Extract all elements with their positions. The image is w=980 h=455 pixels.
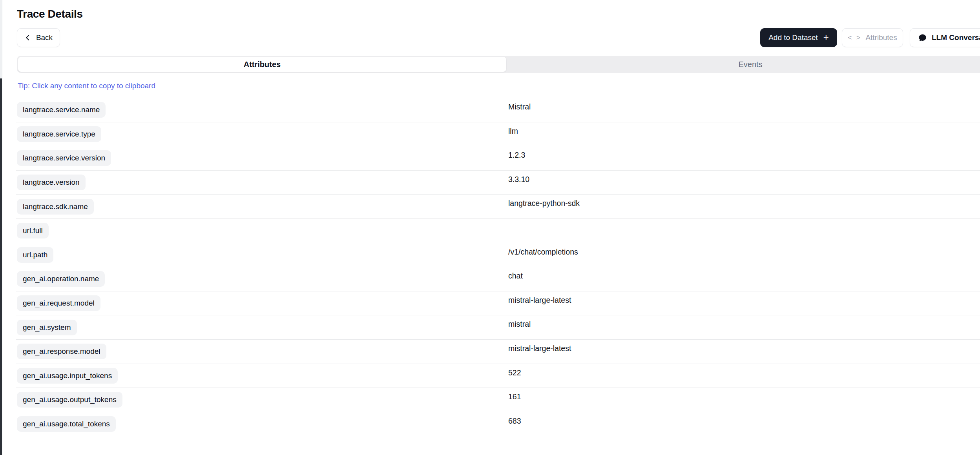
- attribute-value[interactable]: llm: [508, 127, 518, 136]
- llm-conversation-label: LLM Conversation: [932, 33, 980, 42]
- attribute-row: gen_ai.usage.output_tokens 161: [16, 388, 980, 412]
- attribute-value[interactable]: langtrace-python-sdk: [508, 199, 580, 208]
- attributes-events-tabbar: Attributes Events: [17, 56, 980, 73]
- attribute-value[interactable]: /v1/chat/completions: [508, 248, 578, 257]
- attribute-value[interactable]: 522: [508, 368, 521, 377]
- chat-bubble-icon: [918, 33, 927, 42]
- attribute-value[interactable]: 3.3.10: [508, 175, 529, 184]
- attribute-key-pill[interactable]: gen_ai.usage.input_tokens: [17, 368, 118, 384]
- attributes-list: langtrace.service.name Mistral langtrace…: [16, 98, 980, 436]
- attribute-value[interactable]: mistral-large-latest: [508, 296, 571, 305]
- attribute-key-pill[interactable]: url.path: [17, 247, 53, 263]
- attribute-key-pill[interactable]: langtrace.version: [17, 175, 86, 190]
- attribute-key-pill[interactable]: gen_ai.operation.name: [17, 271, 105, 287]
- attribute-row: langtrace.version 3.3.10: [16, 171, 980, 195]
- attribute-row: gen_ai.usage.input_tokens 522: [16, 364, 980, 388]
- attribute-key-pill[interactable]: langtrace.service.name: [17, 102, 106, 118]
- back-button[interactable]: Back: [17, 28, 60, 47]
- attribute-row: langtrace.service.name Mistral: [16, 98, 980, 122]
- attribute-row: langtrace.sdk.name langtrace-python-sdk: [16, 195, 980, 219]
- attribute-row: langtrace.service.version 1.2.3: [16, 146, 980, 171]
- attribute-row: gen_ai.request.model mistral-large-lates…: [16, 291, 980, 316]
- tab-attributes-label: Attributes: [244, 60, 281, 69]
- attribute-key-pill[interactable]: langtrace.service.version: [17, 150, 111, 166]
- attribute-row: gen_ai.usage.total_tokens 683: [16, 412, 980, 437]
- attribute-row: gen_ai.response.model mistral-large-late…: [16, 340, 980, 364]
- attribute-key-pill[interactable]: gen_ai.response.model: [17, 344, 106, 359]
- attribute-row: gen_ai.operation.name chat: [16, 267, 980, 291]
- attribute-value[interactable]: chat: [508, 271, 523, 280]
- attribute-key-pill[interactable]: langtrace.service.type: [17, 126, 101, 142]
- copy-tip-text: Tip: Click any content to copy to clipbo…: [18, 82, 155, 90]
- attribute-key-pill[interactable]: langtrace.sdk.name: [17, 199, 94, 215]
- attribute-row: gen_ai.system mistral: [16, 315, 980, 340]
- attribute-key-pill[interactable]: gen_ai.system: [17, 320, 77, 335]
- attribute-key-pill[interactable]: gen_ai.request.model: [17, 295, 100, 311]
- attribute-value[interactable]: mistral-large-latest: [508, 344, 571, 353]
- tab-events[interactable]: Events: [506, 57, 980, 72]
- llm-conversation-button[interactable]: LLM Conversation: [910, 28, 980, 47]
- attribute-value[interactable]: Mistral: [508, 102, 531, 111]
- attribute-value[interactable]: 161: [508, 392, 521, 401]
- plus-icon: +: [823, 33, 829, 42]
- chevron-left-icon: [24, 34, 31, 41]
- tab-events-label: Events: [738, 60, 762, 69]
- attribute-key-pill[interactable]: gen_ai.usage.total_tokens: [17, 416, 116, 432]
- left-scrollbar-thumb[interactable]: [0, 78, 2, 455]
- page-title: Trace Details: [17, 8, 83, 20]
- attribute-row: url.path /v1/chat/completions: [16, 243, 980, 268]
- attribute-value[interactable]: 1.2.3: [508, 151, 525, 160]
- attribute-key-pill[interactable]: url.full: [17, 223, 49, 238]
- code-brackets-icon: < >: [848, 34, 861, 42]
- attributes-button[interactable]: < > Attributes: [842, 28, 903, 47]
- attribute-value[interactable]: 683: [508, 417, 521, 426]
- add-to-dataset-button[interactable]: Add to Dataset +: [760, 28, 837, 47]
- attribute-key-pill[interactable]: gen_ai.usage.output_tokens: [17, 392, 122, 408]
- tab-attributes[interactable]: Attributes: [18, 57, 506, 72]
- attribute-row: langtrace.service.type llm: [16, 122, 980, 147]
- attribute-row: url.full: [16, 219, 980, 243]
- back-button-label: Back: [36, 33, 53, 42]
- attribute-value[interactable]: mistral: [508, 320, 531, 329]
- add-to-dataset-label: Add to Dataset: [768, 33, 818, 42]
- attributes-button-label: Attributes: [865, 33, 897, 42]
- left-scrollbar: [0, 0, 2, 455]
